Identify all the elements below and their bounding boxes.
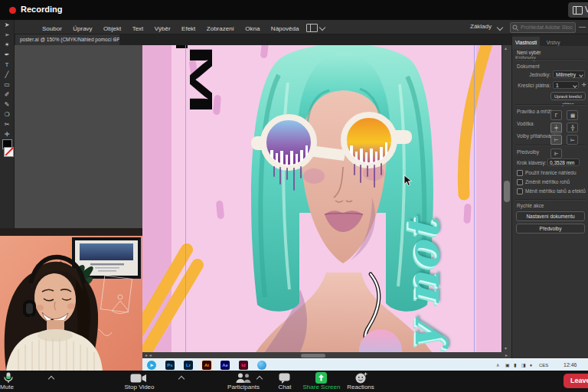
paintbrush-tool-icon[interactable]: ✎ [0, 100, 14, 109]
artboard-nav-icons[interactable]: ▸ ◂ [145, 352, 152, 358]
artboard-tool-icon[interactable]: ✛ [0, 129, 14, 139]
workspace-chevron-icon [497, 24, 503, 31]
chat-label[interactable]: Chat [270, 384, 300, 390]
selection-tool-icon[interactable]: ➤ [0, 20, 14, 30]
snap-to-grid-icon[interactable]: ⊨ [567, 135, 578, 145]
stop-video-label[interactable]: Stop Video [115, 384, 164, 390]
taskbar-lightroom-icon[interactable]: Lr [184, 361, 193, 370]
preview-bounds-checkbox[interactable] [517, 170, 523, 176]
taskbar-telegram-icon[interactable]: ➤ [147, 361, 156, 370]
menu-objekt[interactable]: Objekt [103, 22, 121, 36]
tray-language-indicator[interactable]: CES [539, 359, 548, 371]
direct-selection-tool-icon[interactable]: ➢ [0, 30, 14, 40]
type-tool-icon[interactable]: T [0, 60, 14, 70]
stroke-color-swatch[interactable] [4, 147, 14, 157]
menu-soubor[interactable]: Soubor [42, 22, 62, 36]
rectangle-tool-icon[interactable]: ▭ [0, 80, 14, 90]
preferences-button[interactable]: Předvolby [516, 224, 585, 234]
tray-icon[interactable]: ◨ [521, 359, 526, 371]
taskbar-indesign-icon[interactable]: Id [239, 361, 248, 370]
units-dropdown[interactable]: Milimetry [553, 70, 585, 78]
snap-to-point-icon[interactable]: ⊢ [550, 135, 562, 145]
video-camera-icon[interactable] [130, 374, 147, 383]
tray-icon[interactable]: ▮ [514, 359, 516, 371]
microphone-icon[interactable] [3, 372, 14, 384]
leave-button[interactable]: Leave [564, 374, 588, 388]
artboards-value: 1 [556, 83, 559, 88]
menu-napoveda[interactable]: Nápověda [271, 22, 299, 36]
video-options-chevron-icon[interactable] [178, 376, 185, 382]
pen-tool-icon[interactable]: ✒ [0, 50, 14, 60]
view-button-label: View [585, 5, 588, 14]
tab-vrstvy[interactable]: Vrstvy [544, 37, 564, 49]
snap-to-pixel-icon[interactable]: ⊩ [550, 149, 562, 158]
menu-efekt[interactable]: Efekt [181, 22, 195, 36]
artboards-dropdown[interactable]: 1 [553, 81, 579, 89]
menu-items: Soubor Úpravy Objekt Text Výběr Efekt Zo… [38, 20, 302, 36]
adobe-stock-search[interactable] [510, 22, 576, 33]
scroll-down-icon[interactable]: ▾ [505, 345, 507, 351]
webcam-self-view[interactable] [0, 228, 142, 371]
share-screen-label[interactable]: Share Screen [299, 384, 345, 390]
minimize-icon[interactable]: — [579, 23, 586, 31]
scale-strokes-checkbox[interactable] [517, 188, 523, 194]
vertical-scroll-thumb[interactable] [504, 181, 510, 202]
taskbar-photoshop-icon[interactable]: Ps [165, 361, 175, 370]
scissors-tool-icon[interactable]: ✂ [0, 119, 14, 129]
line-tool-icon[interactable]: ╱ [0, 70, 14, 80]
arrange-documents-icon[interactable] [306, 24, 318, 32]
tray-icon[interactable]: ♦ [530, 359, 532, 371]
artboard[interactable]: M y not [142, 45, 501, 352]
scale-corners-checkbox[interactable] [517, 179, 523, 185]
workspace-switcher[interactable]: Základy [470, 23, 492, 30]
key-step-input[interactable]: 0,3528 mm [547, 158, 580, 166]
pencil-tool-icon[interactable]: ✐ [0, 90, 14, 100]
stock-search-input[interactable] [521, 23, 573, 31]
menu-vyber[interactable]: Výběr [155, 22, 171, 36]
reactions-icon[interactable] [355, 372, 368, 384]
taskbar-blue-app-icon[interactable] [257, 361, 266, 370]
document-setup-button[interactable]: Nastavení dokumentu [516, 211, 585, 221]
chat-icon[interactable] [279, 373, 290, 384]
participants-icon[interactable] [236, 373, 251, 383]
artboards-label: Kreslicí plátna: [512, 83, 550, 88]
divider [515, 59, 586, 60]
guide-line [185, 45, 186, 352]
taskbar-illustrator-icon[interactable]: Ai [202, 361, 211, 370]
scroll-up-icon[interactable]: ▴ [505, 45, 507, 51]
divider [515, 199, 586, 201]
menu-zobrazeni[interactable]: Zobrazení [207, 22, 234, 36]
ruler-grid-label: Pravítko a mřížka [517, 109, 556, 114]
artboard-edit-icon[interactable]: ✛ [582, 82, 586, 88]
horizontal-scroll-thumb[interactable] [301, 354, 325, 358]
reactions-label[interactable]: Reactions [340, 384, 381, 390]
scale-corners-label: Změnit měřítko rohů [525, 179, 570, 185]
shape-builder-tool-icon[interactable]: ❍ [0, 109, 14, 119]
tray-clock[interactable]: 12:46 [564, 359, 577, 371]
tray-hidden-icons-chevron[interactable]: ∧ [496, 359, 499, 371]
tab-vlastnosti[interactable]: Vlastnosti [512, 37, 540, 49]
view-button[interactable]: View [568, 2, 588, 18]
vertical-scrollbar[interactable]: ▴ ▾ [501, 45, 512, 352]
magic-wand-tool-icon[interactable]: ✶ [0, 40, 14, 50]
search-icon [512, 24, 519, 31]
menu-text[interactable]: Text [132, 22, 144, 36]
mute-label[interactable]: Mute [0, 384, 18, 390]
tray-icon[interactable]: ▣ [505, 359, 510, 371]
menu-upravy[interactable]: Úpravy [73, 22, 92, 36]
edit-artboards-button[interactable]: Upravit kreslicí plátna [550, 92, 586, 100]
preview-bounds-label: Použít hranice náhledu [525, 170, 577, 175]
participants-label[interactable]: Participants [220, 384, 266, 390]
taskbar-after-effects-icon[interactable]: Ae [220, 361, 230, 370]
scroll-right-icon[interactable]: ▸ [505, 352, 508, 358]
units-value: Milimetry [556, 72, 576, 77]
chevron-down-icon [579, 73, 583, 77]
properties-panel: Vlastnosti Vrstvy Knihovny Není výběr Do… [511, 34, 588, 358]
share-screen-icon[interactable] [315, 372, 327, 384]
mute-options-chevron-icon[interactable] [48, 376, 54, 382]
participants-chevron-icon[interactable] [256, 376, 263, 382]
menu-okna[interactable]: Okna [245, 22, 260, 36]
guides-label: Vodítka [517, 121, 534, 126]
illustrator-menu-bar: Soubor Úpravy Objekt Text Výběr Efekt Zo… [0, 20, 588, 34]
zoom-top-bar: Recording View [0, 0, 588, 20]
